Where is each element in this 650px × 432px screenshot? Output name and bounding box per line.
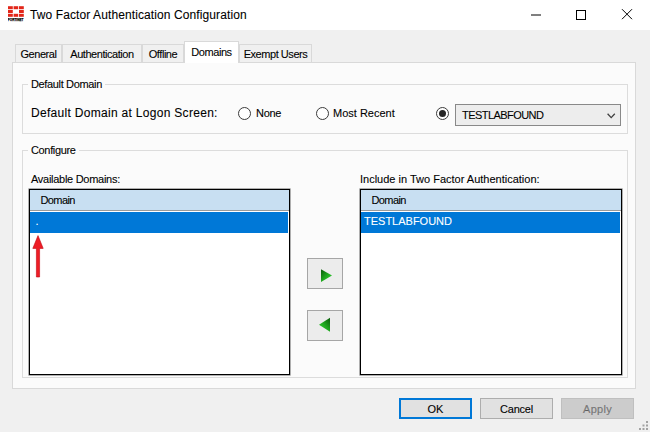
svg-text:FORTINET: FORTINET (8, 17, 24, 22)
